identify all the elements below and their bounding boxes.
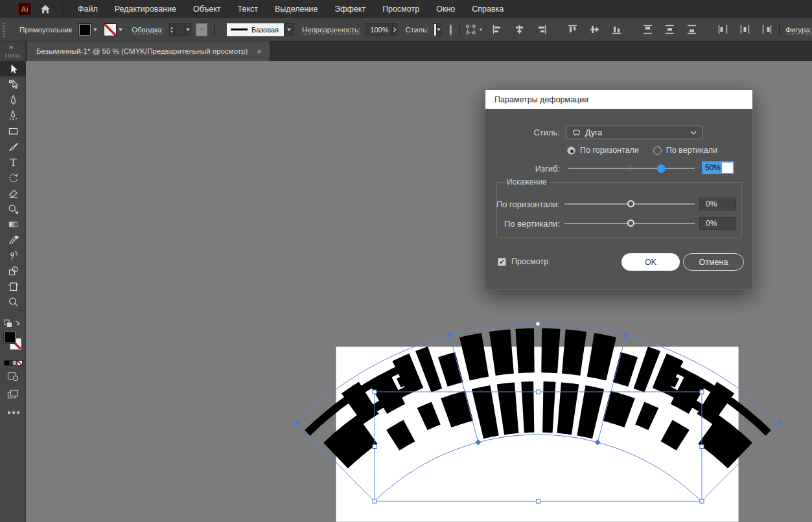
preview-checkbox[interactable]: ✔ (498, 258, 506, 266)
menu-item-1[interactable]: Файл (69, 0, 106, 18)
anchor-point[interactable] (623, 332, 629, 338)
rectangle-tool[interactable] (0, 123, 26, 139)
menu-item-2[interactable]: Редактирование (106, 0, 185, 18)
transform-control[interactable] (465, 24, 483, 35)
shape-label[interactable]: Фигура: (785, 26, 812, 34)
rotate-tool[interactable] (0, 170, 26, 185)
edit-toolbar-icon[interactable]: ●●● (7, 409, 26, 416)
selection-handle[interactable] (537, 390, 540, 394)
align-right-icon[interactable] (536, 24, 547, 35)
warp-style-dropdown[interactable]: Дуга (566, 126, 702, 139)
distribute-horizontal-left-icon[interactable] (717, 24, 728, 35)
opacity-expand-icon[interactable] (393, 23, 397, 36)
app-logo[interactable]: Ai (18, 3, 31, 16)
stroke-weight-stepper[interactable] (169, 23, 174, 36)
stroke-none-swatch[interactable] (104, 23, 117, 36)
radio-horizontal[interactable]: По горизонтали (567, 146, 639, 155)
stepper-up-icon[interactable] (170, 27, 173, 28)
none-icon[interactable] (17, 360, 23, 366)
eyedropper-tool[interactable] (0, 232, 26, 247)
selection-tool[interactable] (0, 61, 26, 76)
eraser-tool[interactable] (0, 185, 26, 201)
align-center-vertical-icon[interactable] (589, 24, 600, 35)
distribute-vertical-bottom-icon[interactable] (686, 24, 697, 35)
graphic-style-dropdown[interactable] (437, 23, 441, 36)
swap-fill-stroke-icon[interactable] (0, 319, 26, 330)
bend-value-input[interactable]: 50% (702, 161, 734, 174)
fill-color-swatch[interactable] (78, 23, 91, 36)
distortion-horizontal-handle[interactable] (627, 200, 634, 207)
menu-item-7[interactable]: Просмотр (374, 0, 428, 18)
selection-handle[interactable] (373, 445, 377, 449)
screen-mode-icon[interactable] (7, 389, 26, 402)
distortion-vertical-value[interactable]: 0% (699, 217, 736, 230)
opacity-field[interactable]: 100% (365, 23, 393, 36)
pen-tool[interactable] (0, 92, 26, 108)
stroke-color-control[interactable] (104, 23, 122, 36)
collapse-panel-icon[interactable]: » (9, 43, 12, 51)
paintbrush-tool[interactable] (0, 139, 26, 154)
radio-selected-icon[interactable] (567, 146, 575, 155)
align-bottom-icon[interactable] (611, 24, 622, 35)
distortion-vertical-handle[interactable] (627, 220, 634, 227)
bend-slider-handle[interactable] (657, 165, 666, 173)
selection-handle[interactable] (537, 499, 540, 503)
selection-handle[interactable] (700, 499, 704, 503)
menu-item-6[interactable]: Эффект (326, 0, 374, 18)
dialog-title[interactable]: Параметры деформации (485, 90, 752, 109)
gradient-icon[interactable] (10, 360, 16, 366)
bend-slider-track[interactable] (568, 168, 695, 169)
recolor-artwork-icon[interactable] (449, 24, 452, 36)
chevron-down-icon[interactable] (119, 28, 122, 31)
stroke-weight-label[interactable]: Обводка: (132, 26, 163, 34)
selection-handle[interactable] (373, 499, 377, 503)
distribute-vertical-top-icon[interactable] (642, 24, 653, 35)
align-left-icon[interactable] (492, 24, 503, 35)
type-tool[interactable]: T (0, 154, 26, 170)
chevron-down-icon[interactable] (93, 28, 97, 31)
stroke-weight-field[interactable] (174, 23, 187, 36)
fill-color-indicator[interactable] (4, 332, 16, 343)
gradient-tool[interactable] (0, 216, 26, 232)
direct-selection-tool[interactable] (0, 76, 26, 92)
opacity-label[interactable]: Непрозрачность: (302, 26, 360, 34)
transform-icon[interactable] (465, 24, 476, 35)
tab-close-icon[interactable]: × (257, 47, 262, 56)
align-top-icon[interactable] (567, 24, 578, 35)
align-center-horizontal-icon[interactable] (514, 24, 525, 35)
fill-color-control[interactable] (78, 23, 97, 36)
menu-item-3[interactable]: Объект (185, 0, 229, 18)
shape-builder-tool[interactable] (0, 201, 26, 216)
radio-vertical[interactable]: По вертикали (653, 146, 717, 155)
menu-item-8[interactable]: Окно (428, 0, 463, 18)
selection-handle[interactable] (536, 322, 540, 326)
home-icon[interactable] (38, 3, 53, 16)
drawing-mode-icon[interactable] (7, 371, 26, 384)
document-tab[interactable]: Безымянный-1* @ 50 % (CMYK/Предварительн… (27, 41, 270, 61)
distribute-vertical-center-icon[interactable] (664, 24, 675, 35)
selection-handle[interactable] (700, 445, 704, 449)
shapes-tool[interactable] (0, 263, 26, 278)
curvature-tool[interactable] (0, 108, 26, 123)
zoom-tool[interactable] (0, 294, 26, 310)
symbol-sprayer-tool[interactable] (0, 247, 26, 263)
brush-definition-dropdown[interactable]: Базовая (227, 23, 294, 36)
selection-handle[interactable] (373, 390, 377, 394)
ok-button[interactable]: OK (621, 253, 680, 271)
panel-grip-icon[interactable] (3, 23, 5, 37)
panel-drag-grip-icon[interactable] (5, 54, 21, 58)
selection-handle[interactable] (700, 390, 704, 394)
stroke-weight-dropdown[interactable] (186, 23, 191, 36)
cancel-button[interactable]: Отмена (683, 253, 744, 271)
distribute-horizontal-right-icon[interactable] (761, 24, 772, 35)
menu-item-5[interactable]: Выделение (266, 0, 326, 18)
artboard-tool[interactable] (0, 278, 26, 294)
stepper-down-icon[interactable] (170, 30, 173, 32)
radio-unselected-icon[interactable] (653, 146, 662, 155)
color-icon[interactable] (4, 360, 10, 366)
anchor-point[interactable] (447, 332, 453, 338)
menu-item-4[interactable]: Текст (229, 0, 266, 18)
distribute-horizontal-center-icon[interactable] (739, 24, 750, 35)
menu-item-9[interactable]: Справка (463, 0, 512, 18)
distortion-horizontal-value[interactable]: 0% (699, 198, 736, 210)
